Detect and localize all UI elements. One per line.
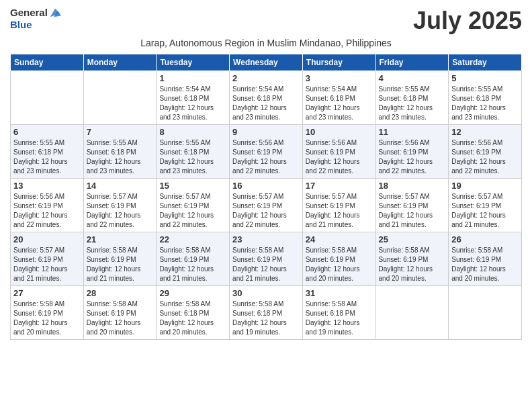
day-number: 10	[306, 127, 373, 137]
calendar-cell: 4Sunrise: 5:55 AM Sunset: 6:18 PM Daylig…	[375, 71, 449, 125]
day-number: 9	[232, 127, 300, 137]
day-number: 1	[159, 73, 226, 83]
calendar-cell: 2Sunrise: 5:54 AM Sunset: 6:18 PM Daylig…	[230, 71, 303, 125]
day-number: 19	[451, 181, 519, 191]
day-info: Sunrise: 5:54 AM Sunset: 6:18 PM Dayligh…	[159, 85, 226, 122]
day-number: 15	[159, 181, 226, 191]
page-header: General Blue July 2025	[10, 7, 522, 35]
calendar-cell: 30Sunrise: 5:58 AM Sunset: 6:18 PM Dayli…	[230, 286, 303, 340]
day-info: Sunrise: 5:56 AM Sunset: 6:19 PM Dayligh…	[451, 138, 519, 176]
day-number: 12	[451, 127, 519, 137]
calendar-week-2: 6Sunrise: 5:55 AM Sunset: 6:18 PM Daylig…	[11, 125, 522, 179]
calendar-cell: 17Sunrise: 5:57 AM Sunset: 6:19 PM Dayli…	[302, 179, 375, 232]
day-number: 2	[232, 73, 300, 83]
day-info: Sunrise: 5:58 AM Sunset: 6:18 PM Dayligh…	[232, 300, 300, 337]
day-number: 6	[13, 127, 81, 137]
day-info: Sunrise: 5:58 AM Sunset: 6:18 PM Dayligh…	[306, 300, 373, 337]
logo-general: General	[10, 7, 48, 19]
day-number: 18	[379, 181, 446, 191]
day-number: 31	[306, 288, 373, 298]
day-number: 21	[87, 234, 154, 244]
day-info: Sunrise: 5:54 AM Sunset: 6:18 PM Dayligh…	[306, 85, 373, 122]
day-number: 5	[451, 73, 519, 83]
calendar-week-4: 20Sunrise: 5:57 AM Sunset: 6:19 PM Dayli…	[11, 232, 522, 286]
day-number: 11	[379, 127, 446, 137]
month-year-title: July 2025	[413, 7, 522, 35]
day-number: 13	[13, 181, 81, 191]
calendar-cell	[83, 71, 157, 125]
day-number: 3	[306, 73, 373, 83]
day-info: Sunrise: 5:58 AM Sunset: 6:18 PM Dayligh…	[159, 300, 226, 337]
day-info: Sunrise: 5:58 AM Sunset: 6:19 PM Dayligh…	[87, 300, 154, 337]
day-info: Sunrise: 5:55 AM Sunset: 6:18 PM Dayligh…	[87, 138, 154, 176]
day-info: Sunrise: 5:57 AM Sunset: 6:19 PM Dayligh…	[87, 192, 154, 230]
day-info: Sunrise: 5:56 AM Sunset: 6:19 PM Dayligh…	[306, 138, 373, 176]
day-info: Sunrise: 5:57 AM Sunset: 6:19 PM Dayligh…	[306, 192, 373, 230]
calendar-cell: 12Sunrise: 5:56 AM Sunset: 6:19 PM Dayli…	[449, 125, 522, 179]
day-number: 4	[379, 73, 446, 83]
calendar-cell: 6Sunrise: 5:55 AM Sunset: 6:18 PM Daylig…	[11, 125, 84, 179]
day-info: Sunrise: 5:56 AM Sunset: 6:19 PM Dayligh…	[13, 192, 81, 230]
calendar-cell: 19Sunrise: 5:57 AM Sunset: 6:19 PM Dayli…	[449, 179, 522, 232]
calendar-cell: 23Sunrise: 5:58 AM Sunset: 6:19 PM Dayli…	[230, 232, 303, 286]
calendar-cell: 24Sunrise: 5:58 AM Sunset: 6:19 PM Dayli…	[302, 232, 375, 286]
day-number: 29	[159, 288, 226, 298]
col-header-sunday: Sunday	[11, 54, 84, 71]
calendar-cell: 13Sunrise: 5:56 AM Sunset: 6:19 PM Dayli…	[11, 179, 84, 232]
calendar-cell: 5Sunrise: 5:55 AM Sunset: 6:18 PM Daylig…	[449, 71, 522, 125]
calendar-cell: 22Sunrise: 5:58 AM Sunset: 6:19 PM Dayli…	[157, 232, 230, 286]
col-header-monday: Monday	[83, 54, 157, 71]
calendar-cell: 27Sunrise: 5:58 AM Sunset: 6:19 PM Dayli…	[11, 286, 84, 340]
calendar-week-1: 1Sunrise: 5:54 AM Sunset: 6:18 PM Daylig…	[11, 71, 522, 125]
col-header-thursday: Thursday	[302, 54, 375, 71]
day-info: Sunrise: 5:54 AM Sunset: 6:18 PM Dayligh…	[232, 85, 300, 122]
day-info: Sunrise: 5:55 AM Sunset: 6:18 PM Dayligh…	[379, 85, 446, 122]
day-info: Sunrise: 5:56 AM Sunset: 6:19 PM Dayligh…	[232, 138, 300, 176]
calendar-header-row: SundayMondayTuesdayWednesdayThursdayFrid…	[11, 54, 522, 71]
calendar-cell: 29Sunrise: 5:58 AM Sunset: 6:18 PM Dayli…	[157, 286, 230, 340]
calendar-week-5: 27Sunrise: 5:58 AM Sunset: 6:19 PM Dayli…	[11, 286, 522, 340]
day-number: 20	[13, 234, 81, 244]
day-number: 28	[87, 288, 154, 298]
day-info: Sunrise: 5:57 AM Sunset: 6:19 PM Dayligh…	[451, 192, 519, 230]
day-number: 23	[232, 234, 300, 244]
day-number: 7	[87, 127, 154, 137]
calendar-cell	[11, 71, 84, 125]
logo-icon	[49, 7, 61, 19]
calendar-cell: 3Sunrise: 5:54 AM Sunset: 6:18 PM Daylig…	[302, 71, 375, 125]
day-info: Sunrise: 5:57 AM Sunset: 6:19 PM Dayligh…	[379, 192, 446, 230]
calendar-cell: 18Sunrise: 5:57 AM Sunset: 6:19 PM Dayli…	[375, 179, 449, 232]
calendar-cell: 7Sunrise: 5:55 AM Sunset: 6:18 PM Daylig…	[83, 125, 157, 179]
day-number: 8	[159, 127, 226, 137]
day-info: Sunrise: 5:55 AM Sunset: 6:18 PM Dayligh…	[451, 85, 519, 122]
day-info: Sunrise: 5:58 AM Sunset: 6:19 PM Dayligh…	[451, 246, 519, 283]
day-info: Sunrise: 5:55 AM Sunset: 6:18 PM Dayligh…	[13, 138, 81, 176]
col-header-tuesday: Tuesday	[157, 54, 230, 71]
day-number: 16	[232, 181, 300, 191]
calendar-cell	[449, 286, 522, 340]
calendar-cell	[375, 286, 449, 340]
calendar-cell: 31Sunrise: 5:58 AM Sunset: 6:18 PM Dayli…	[302, 286, 375, 340]
day-info: Sunrise: 5:57 AM Sunset: 6:19 PM Dayligh…	[232, 192, 300, 230]
calendar-cell: 26Sunrise: 5:58 AM Sunset: 6:19 PM Dayli…	[449, 232, 522, 286]
day-number: 24	[306, 234, 373, 244]
day-number: 17	[306, 181, 373, 191]
calendar-cell: 11Sunrise: 5:56 AM Sunset: 6:19 PM Dayli…	[375, 125, 449, 179]
day-number: 27	[13, 288, 81, 298]
calendar-week-3: 13Sunrise: 5:56 AM Sunset: 6:19 PM Dayli…	[11, 179, 522, 232]
day-info: Sunrise: 5:55 AM Sunset: 6:18 PM Dayligh…	[159, 138, 226, 176]
day-info: Sunrise: 5:57 AM Sunset: 6:19 PM Dayligh…	[13, 246, 81, 283]
day-number: 26	[451, 234, 519, 244]
calendar-cell: 25Sunrise: 5:58 AM Sunset: 6:19 PM Dayli…	[375, 232, 449, 286]
col-header-saturday: Saturday	[449, 54, 522, 71]
calendar-cell: 15Sunrise: 5:57 AM Sunset: 6:19 PM Dayli…	[157, 179, 230, 232]
day-number: 25	[379, 234, 446, 244]
title-section: July 2025	[413, 7, 522, 35]
day-number: 30	[232, 288, 300, 298]
day-info: Sunrise: 5:58 AM Sunset: 6:19 PM Dayligh…	[232, 246, 300, 283]
logo: General Blue	[10, 7, 61, 31]
calendar-cell: 21Sunrise: 5:58 AM Sunset: 6:19 PM Dayli…	[83, 232, 157, 286]
day-info: Sunrise: 5:58 AM Sunset: 6:19 PM Dayligh…	[159, 246, 226, 283]
col-header-friday: Friday	[375, 54, 449, 71]
day-number: 14	[87, 181, 154, 191]
